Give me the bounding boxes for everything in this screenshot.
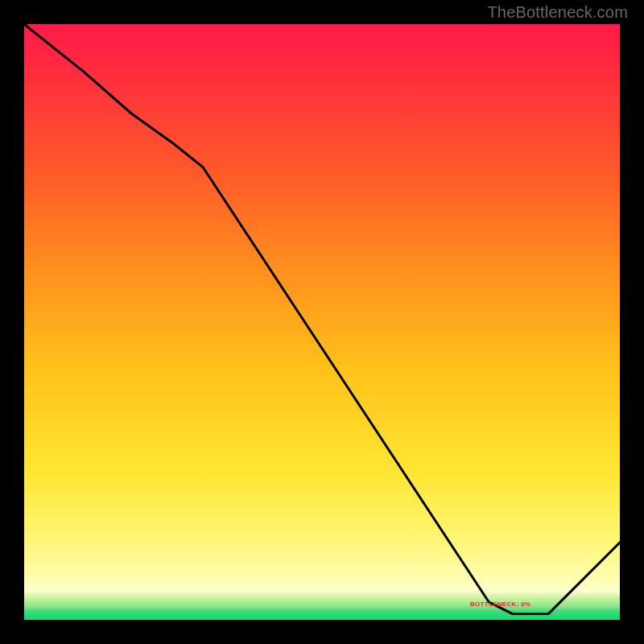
plot-area: BOTTLENECK: 0% <box>24 24 620 620</box>
curve-line <box>24 24 620 614</box>
watermark-text: TheBottleneck.com <box>487 3 628 22</box>
bottleneck-annotation: BOTTLENECK: 0% <box>470 601 530 608</box>
chart-frame: TheBottleneck.com BOTTLENECK: 0% <box>0 0 644 644</box>
bottleneck-curve <box>24 24 620 620</box>
